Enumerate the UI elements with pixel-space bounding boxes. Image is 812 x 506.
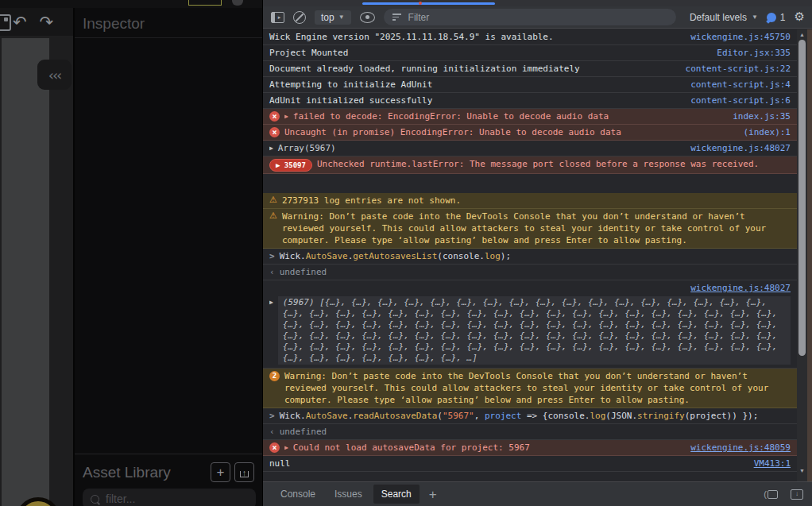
code-token: ( [437, 411, 443, 421]
expand-caret-icon[interactable]: ▶ [269, 142, 273, 154]
context-selector[interactable]: top ▼ [315, 10, 351, 25]
message-text: Document already loaded, running initial… [269, 63, 673, 75]
console-row-command: >Wick.AutoSave.readAutosaveData("5967", … [263, 408, 797, 424]
editor-stage[interactable] [2, 38, 49, 506]
scroll-down-arrow[interactable]: ▼ [797, 468, 807, 473]
console-prompt-icon: > [269, 250, 275, 262]
warning-icon: ⚠ [269, 195, 277, 206]
repeat-count-badge[interactable]: ▶ 35097 [269, 159, 312, 172]
filter-icon [392, 14, 401, 21]
message-text: Uncaught (in promise) EncodingError: Una… [284, 126, 730, 138]
message-text: Unchecked runtime.lastError: The message… [317, 158, 791, 170]
source-link[interactable]: wickengine.js:48027 [682, 142, 791, 154]
message-text: Warning: Don’t paste code into the DevTo… [282, 211, 791, 246]
code-token: getAutosavesList [353, 251, 437, 261]
code-token: Wick. [280, 251, 306, 261]
scroll-up-arrow[interactable]: ▲ [797, 32, 807, 37]
result-arrow-icon: ‹ [269, 266, 275, 278]
code-token: log [590, 411, 605, 421]
source-link[interactable]: content-script.js:6 [682, 95, 791, 106]
collapse-panel-button[interactable]: ‹‹‹ [37, 60, 72, 90]
source-link[interactable]: wickengine.js:45750 [682, 31, 791, 43]
message-text: Wick Engine version "2025.11.11.18.54.9"… [269, 31, 678, 43]
log-levels-dropdown[interactable]: Default levels ▼ [690, 12, 758, 23]
code-token: , [474, 411, 485, 421]
message-text: Array(5967) [278, 142, 678, 154]
arrow-into-box-icon[interactable]: ↓ [791, 489, 803, 500]
console-sidebar-icon[interactable]: ▸ [271, 12, 284, 23]
error-icon: × [269, 442, 280, 453]
console-row-log: Document already loaded, running initial… [263, 61, 797, 77]
console-row-log: ▶Array(5967)wickengine.js:48027 [263, 141, 797, 156]
warning-icon: ⚠ [269, 211, 277, 222]
issues-counter[interactable]: 1 [767, 12, 786, 23]
code-token: => {console. [521, 411, 590, 421]
console-scrollbar[interactable]: ▲ ▼ [797, 29, 807, 481]
window-edge [807, 29, 812, 481]
code-token: AutoSave [306, 411, 348, 421]
message-text: failed to decode: EncodingError: Unable … [293, 110, 720, 122]
console-row-warn: ⚠Warning: Don’t paste code into the DevT… [263, 209, 797, 249]
code-token: AutoSave [306, 251, 348, 261]
message-text: Attempting to initialize AdUnit [269, 79, 678, 91]
filter-placeholder: Filter [408, 12, 430, 23]
source-link[interactable]: content-script.js:4 [682, 79, 791, 91]
refresh-box-icon[interactable]: ( [764, 489, 778, 499]
search-icon [91, 495, 99, 504]
code-token: readAutosaveData [353, 411, 437, 421]
console-command[interactable]: Wick.AutoSave.getAutosavesList(console.l… [280, 250, 791, 262]
console-toolbar: ▸ top ▼ Filter Default levels ▼ 1 ⚙ [263, 6, 812, 29]
clear-console-icon[interactable] [293, 11, 306, 24]
source-link[interactable]: (index):1 [735, 126, 791, 138]
console-row-log: Project MountedEditor.jsx:335 [263, 45, 797, 61]
source-link[interactable]: wickengine.js:48059 [682, 442, 791, 454]
expand-caret-icon[interactable]: ▶ [269, 296, 273, 365]
console-command[interactable]: Wick.AutoSave.readAutosaveData("5967", p… [280, 410, 791, 422]
gear-icon-fragment[interactable] [232, 0, 243, 6]
chevron-down-icon: ▼ [752, 14, 758, 21]
asset-library-panel: Asset Library + ↑ filter... [75, 454, 264, 506]
save-icon[interactable] [0, 14, 11, 31]
code-token: stringify [637, 411, 685, 421]
toolbar-button-fragment[interactable] [188, 0, 222, 6]
tab-issues[interactable]: Issues [327, 485, 370, 504]
settings-gear-icon[interactable]: ⚙ [795, 11, 805, 23]
filter-input[interactable]: Filter [384, 9, 676, 25]
devtools-tabbar-strip [263, 0, 812, 6]
asset-library-title: Asset Library [83, 464, 207, 481]
editor-toolbar: ↶ ↷ [0, 8, 73, 36]
error-icon: × [269, 111, 280, 122]
redo-icon[interactable]: ↷ [40, 14, 54, 30]
screen: ↶ ↷ ‹‹‹ Inspector Asset Library + ↑ [0, 0, 812, 506]
code-token: Wick. [280, 411, 306, 421]
live-expression-eye-icon[interactable] [360, 12, 375, 23]
source-link[interactable]: wickengine.js:48027 [682, 282, 791, 294]
add-asset-button[interactable]: + [211, 462, 230, 482]
devtools-panel: ▸ top ▼ Filter Default levels ▼ 1 ⚙ Wick… [262, 0, 812, 506]
console-row-result: ‹undefined [263, 424, 797, 440]
active-tab-indicator [362, 2, 495, 5]
tab-console[interactable]: Console [273, 485, 323, 504]
editor-canvas[interactable]: ‹‹‹ [0, 36, 73, 506]
undo-icon[interactable]: ↶ [13, 14, 27, 30]
source-link[interactable]: index.js:35 [725, 110, 791, 122]
console-row-error: ×Uncaught (in promise) EncodingError: Un… [263, 125, 797, 141]
source-link[interactable]: Editor.jsx:335 [709, 47, 791, 59]
array-preview: (5967) [{…}, {…}, {…}, {…}, {…}, {…}, {…… [278, 296, 791, 365]
expand-caret-icon[interactable]: ▶ [284, 110, 288, 122]
upload-asset-button[interactable]: ↑ [234, 462, 254, 482]
console-row-error: ×▶Could not load autosaveData for projec… [263, 440, 797, 456]
code-token: log [485, 251, 501, 261]
source-link[interactable]: content-script.js:22 [678, 63, 791, 75]
scroll-thumb[interactable] [798, 40, 806, 356]
expand-caret-icon[interactable]: ▶ [284, 442, 288, 454]
repeat-count-badge[interactable]: 2 [269, 371, 280, 381]
add-tab-icon[interactable]: + [429, 488, 437, 501]
source-link[interactable]: VM413:1 [746, 458, 791, 469]
drawer-tabbar: Console Issues Search + ( ↓ [263, 481, 812, 506]
tab-search[interactable]: Search [373, 485, 420, 504]
code-token: project [485, 411, 521, 421]
issues-icon [767, 13, 776, 22]
asset-filter-input[interactable]: filter... [83, 489, 256, 506]
console-row-command: >Wick.AutoSave.getAutosavesList(console.… [263, 249, 797, 265]
